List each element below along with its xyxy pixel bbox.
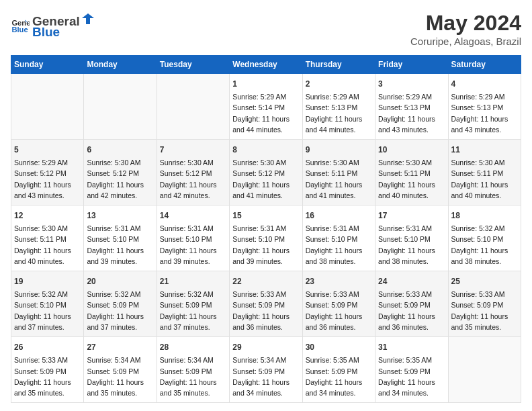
logo-arrow-icon <box>81 11 95 26</box>
calendar-cell <box>84 74 157 140</box>
day-info: Sunrise: 5:32 AMSunset: 5:09 PMDaylight:… <box>160 289 226 332</box>
day-info: Sunrise: 5:31 AMSunset: 5:10 PMDaylight:… <box>378 223 445 267</box>
day-info: Sunrise: 5:35 AMSunset: 5:09 PMDaylight:… <box>306 355 372 398</box>
day-number: 15 <box>232 210 299 222</box>
calendar-cell: 7Sunrise: 5:30 AMSunset: 5:12 PMDaylight… <box>157 140 229 205</box>
day-info: Sunrise: 5:30 AMSunset: 5:12 PMDaylight:… <box>87 157 153 201</box>
calendar-cell: 1Sunrise: 5:29 AMSunset: 5:14 PMDaylight… <box>230 74 302 140</box>
calendar-cell: 14Sunrise: 5:31 AMSunset: 5:10 PMDayligh… <box>157 205 229 271</box>
calendar-cell: 27Sunrise: 5:34 AMSunset: 5:09 PMDayligh… <box>84 337 157 403</box>
header-day-wednesday: Wednesday <box>230 56 302 74</box>
calendar-cell: 26Sunrise: 5:33 AMSunset: 5:09 PMDayligh… <box>11 337 84 403</box>
calendar-cell: 8Sunrise: 5:30 AMSunset: 5:12 PMDaylight… <box>230 140 302 205</box>
page-subtitle: Coruripe, Alagoas, Brazil <box>410 36 521 47</box>
calendar-cell <box>448 337 521 403</box>
day-number: 3 <box>378 78 445 90</box>
calendar-body: 1Sunrise: 5:29 AMSunset: 5:14 PMDaylight… <box>11 74 521 403</box>
day-number: 20 <box>87 275 153 287</box>
calendar-cell: 30Sunrise: 5:35 AMSunset: 5:09 PMDayligh… <box>302 337 375 403</box>
header-day-tuesday: Tuesday <box>157 56 229 74</box>
day-number: 22 <box>232 275 299 287</box>
calendar-cell: 9Sunrise: 5:30 AMSunset: 5:11 PMDaylight… <box>302 140 375 205</box>
day-info: Sunrise: 5:34 AMSunset: 5:09 PMDaylight:… <box>232 355 299 398</box>
day-info: Sunrise: 5:33 AMSunset: 5:09 PMDaylight:… <box>451 289 518 332</box>
title-block: May 2024 Coruripe, Alagoas, Brazil <box>410 11 521 47</box>
calendar-cell: 6Sunrise: 5:30 AMSunset: 5:12 PMDaylight… <box>84 140 157 205</box>
day-info: Sunrise: 5:30 AMSunset: 5:11 PMDaylight:… <box>378 157 445 201</box>
calendar-cell: 29Sunrise: 5:34 AMSunset: 5:09 PMDayligh… <box>230 337 302 403</box>
calendar-table: SundayMondayTuesdayWednesdayThursdayFrid… <box>11 55 521 403</box>
calendar-cell: 18Sunrise: 5:32 AMSunset: 5:10 PMDayligh… <box>448 205 521 271</box>
logo: General Blue General Blue <box>11 11 96 40</box>
day-number: 6 <box>87 144 153 156</box>
day-number: 27 <box>87 341 153 353</box>
day-info: Sunrise: 5:34 AMSunset: 5:09 PMDaylight:… <box>87 355 153 398</box>
day-info: Sunrise: 5:31 AMSunset: 5:10 PMDaylight:… <box>160 223 226 267</box>
day-info: Sunrise: 5:33 AMSunset: 5:09 PMDaylight:… <box>306 289 372 332</box>
day-number: 18 <box>451 210 518 222</box>
day-info: Sunrise: 5:29 AMSunset: 5:12 PMDaylight:… <box>14 157 81 201</box>
calendar-cell: 28Sunrise: 5:34 AMSunset: 5:09 PMDayligh… <box>157 337 229 403</box>
day-number: 28 <box>160 341 226 353</box>
calendar-cell: 5Sunrise: 5:29 AMSunset: 5:12 PMDaylight… <box>11 140 84 205</box>
week-row-2: 5Sunrise: 5:29 AMSunset: 5:12 PMDaylight… <box>11 140 521 205</box>
day-number: 9 <box>306 144 372 156</box>
day-info: Sunrise: 5:31 AMSunset: 5:10 PMDaylight:… <box>232 223 299 267</box>
day-info: Sunrise: 5:32 AMSunset: 5:10 PMDaylight:… <box>14 289 81 332</box>
day-number: 26 <box>14 341 81 353</box>
calendar-cell <box>11 74 84 140</box>
day-number: 14 <box>160 210 226 222</box>
header-day-monday: Monday <box>84 56 157 74</box>
header-day-thursday: Thursday <box>302 56 375 74</box>
day-number: 11 <box>451 144 518 156</box>
day-info: Sunrise: 5:29 AMSunset: 5:13 PMDaylight:… <box>451 91 518 135</box>
page-title: May 2024 <box>410 11 521 36</box>
day-number: 21 <box>160 275 226 287</box>
week-row-4: 19Sunrise: 5:32 AMSunset: 5:10 PMDayligh… <box>11 271 521 337</box>
day-info: Sunrise: 5:30 AMSunset: 5:12 PMDaylight:… <box>232 157 299 201</box>
day-info: Sunrise: 5:35 AMSunset: 5:09 PMDaylight:… <box>378 355 445 398</box>
day-info: Sunrise: 5:33 AMSunset: 5:09 PMDaylight:… <box>232 289 299 332</box>
calendar-cell: 11Sunrise: 5:30 AMSunset: 5:11 PMDayligh… <box>448 140 521 205</box>
day-number: 2 <box>306 78 372 90</box>
day-info: Sunrise: 5:29 AMSunset: 5:13 PMDaylight:… <box>378 91 445 135</box>
day-info: Sunrise: 5:30 AMSunset: 5:11 PMDaylight:… <box>306 157 372 201</box>
calendar-cell: 16Sunrise: 5:31 AMSunset: 5:10 PMDayligh… <box>302 205 375 271</box>
day-number: 4 <box>451 78 518 90</box>
calendar-cell: 24Sunrise: 5:33 AMSunset: 5:09 PMDayligh… <box>375 271 448 337</box>
day-info: Sunrise: 5:30 AMSunset: 5:11 PMDaylight:… <box>451 157 518 201</box>
calendar-cell: 10Sunrise: 5:30 AMSunset: 5:11 PMDayligh… <box>375 140 448 205</box>
calendar-cell: 20Sunrise: 5:32 AMSunset: 5:09 PMDayligh… <box>84 271 157 337</box>
day-info: Sunrise: 5:31 AMSunset: 5:10 PMDaylight:… <box>87 223 153 267</box>
calendar-cell: 21Sunrise: 5:32 AMSunset: 5:09 PMDayligh… <box>157 271 229 337</box>
header-row: SundayMondayTuesdayWednesdayThursdayFrid… <box>11 56 521 74</box>
calendar-cell: 15Sunrise: 5:31 AMSunset: 5:10 PMDayligh… <box>230 205 302 271</box>
calendar-header: SundayMondayTuesdayWednesdayThursdayFrid… <box>11 56 521 74</box>
day-number: 12 <box>14 210 81 222</box>
svg-marker-2 <box>82 13 94 24</box>
calendar-cell: 13Sunrise: 5:31 AMSunset: 5:10 PMDayligh… <box>84 205 157 271</box>
header-day-sunday: Sunday <box>11 56 84 74</box>
day-number: 17 <box>378 210 445 222</box>
day-number: 23 <box>306 275 372 287</box>
day-number: 25 <box>451 275 518 287</box>
calendar-cell <box>157 74 229 140</box>
day-number: 7 <box>160 144 226 156</box>
day-number: 16 <box>306 210 372 222</box>
day-info: Sunrise: 5:29 AMSunset: 5:14 PMDaylight:… <box>232 91 299 135</box>
day-info: Sunrise: 5:29 AMSunset: 5:13 PMDaylight:… <box>306 91 372 135</box>
day-info: Sunrise: 5:32 AMSunset: 5:10 PMDaylight:… <box>451 223 518 267</box>
day-number: 24 <box>378 275 445 287</box>
calendar-cell: 2Sunrise: 5:29 AMSunset: 5:13 PMDaylight… <box>302 74 375 140</box>
day-info: Sunrise: 5:32 AMSunset: 5:09 PMDaylight:… <box>87 289 153 332</box>
day-info: Sunrise: 5:31 AMSunset: 5:10 PMDaylight:… <box>306 223 372 267</box>
day-info: Sunrise: 5:33 AMSunset: 5:09 PMDaylight:… <box>14 355 81 398</box>
header-day-friday: Friday <box>375 56 448 74</box>
day-number: 13 <box>87 210 153 222</box>
calendar-cell: 25Sunrise: 5:33 AMSunset: 5:09 PMDayligh… <box>448 271 521 337</box>
calendar-cell: 4Sunrise: 5:29 AMSunset: 5:13 PMDaylight… <box>448 74 521 140</box>
day-number: 19 <box>14 275 81 287</box>
calendar-cell: 19Sunrise: 5:32 AMSunset: 5:10 PMDayligh… <box>11 271 84 337</box>
calendar-cell: 22Sunrise: 5:33 AMSunset: 5:09 PMDayligh… <box>230 271 302 337</box>
day-number: 5 <box>14 144 81 156</box>
